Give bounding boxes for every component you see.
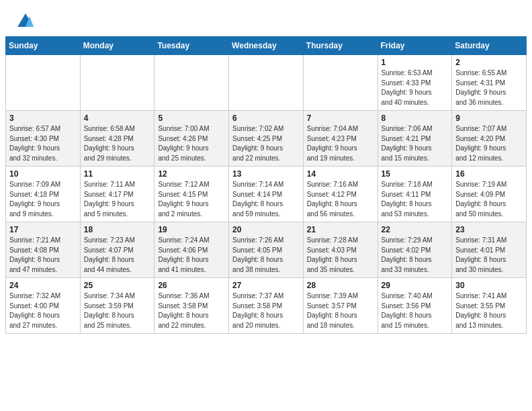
calendar-cell: 14Sunrise: 7:16 AM Sunset: 4:12 PM Dayli… bbox=[303, 167, 378, 222]
calendar-cell: 11Sunrise: 7:11 AM Sunset: 4:17 PM Dayli… bbox=[80, 167, 154, 222]
calendar-cell: 6Sunrise: 7:02 AM Sunset: 4:25 PM Daylig… bbox=[229, 111, 304, 167]
calendar-cell: 10Sunrise: 7:09 AM Sunset: 4:18 PM Dayli… bbox=[6, 167, 81, 222]
calendar-cell bbox=[229, 55, 304, 111]
calendar-cell: 24Sunrise: 7:32 AM Sunset: 4:00 PM Dayli… bbox=[6, 278, 81, 334]
day-info: Sunrise: 6:55 AM Sunset: 4:31 PM Dayligh… bbox=[455, 68, 523, 107]
day-info: Sunrise: 7:11 AM Sunset: 4:17 PM Dayligh… bbox=[84, 180, 151, 219]
day-number: 23 bbox=[455, 225, 523, 234]
calendar-cell: 3Sunrise: 6:57 AM Sunset: 4:30 PM Daylig… bbox=[6, 111, 81, 167]
calendar-week-4: 24Sunrise: 7:32 AM Sunset: 4:00 PM Dayli… bbox=[6, 278, 527, 334]
day-number: 17 bbox=[9, 225, 77, 234]
calendar-cell: 21Sunrise: 7:28 AM Sunset: 4:03 PM Dayli… bbox=[303, 222, 378, 278]
day-info: Sunrise: 7:07 AM Sunset: 4:20 PM Dayligh… bbox=[455, 124, 523, 163]
calendar-cell: 28Sunrise: 7:39 AM Sunset: 3:57 PM Dayli… bbox=[303, 278, 378, 334]
calendar-cell: 19Sunrise: 7:24 AM Sunset: 4:06 PM Dayli… bbox=[154, 222, 229, 278]
calendar-cell bbox=[80, 55, 154, 111]
day-number: 14 bbox=[307, 169, 374, 179]
day-info: Sunrise: 7:14 AM Sunset: 4:14 PM Dayligh… bbox=[232, 180, 300, 219]
day-number: 26 bbox=[158, 281, 225, 290]
calendar-cell bbox=[154, 55, 229, 111]
day-info: Sunrise: 7:00 AM Sunset: 4:26 PM Dayligh… bbox=[158, 124, 225, 163]
day-number: 29 bbox=[382, 281, 449, 290]
day-info: Sunrise: 7:18 AM Sunset: 4:11 PM Dayligh… bbox=[382, 180, 449, 219]
calendar-table: SundayMondayTuesdayWednesdayThursdayFrid… bbox=[5, 36, 527, 334]
logo-icon bbox=[16, 12, 35, 31]
calendar-header-row: SundayMondayTuesdayWednesdayThursdayFrid… bbox=[6, 37, 527, 55]
day-info: Sunrise: 7:06 AM Sunset: 4:21 PM Dayligh… bbox=[382, 124, 449, 163]
calendar-cell: 26Sunrise: 7:36 AM Sunset: 3:58 PM Dayli… bbox=[154, 278, 229, 334]
day-number: 2 bbox=[455, 58, 523, 67]
calendar-cell: 2Sunrise: 6:55 AM Sunset: 4:31 PM Daylig… bbox=[452, 55, 527, 111]
day-info: Sunrise: 7:21 AM Sunset: 4:08 PM Dayligh… bbox=[9, 236, 77, 275]
logo bbox=[16, 12, 38, 31]
day-info: Sunrise: 7:32 AM Sunset: 4:00 PM Dayligh… bbox=[9, 291, 77, 330]
calendar-cell: 12Sunrise: 7:12 AM Sunset: 4:15 PM Dayli… bbox=[154, 167, 229, 222]
calendar-header-saturday: Saturday bbox=[452, 37, 527, 55]
day-number: 9 bbox=[455, 113, 523, 123]
calendar-cell: 8Sunrise: 7:06 AM Sunset: 4:21 PM Daylig… bbox=[378, 111, 452, 167]
day-number: 22 bbox=[382, 225, 449, 234]
calendar-header-friday: Friday bbox=[378, 37, 452, 55]
day-number: 15 bbox=[382, 169, 449, 179]
calendar-cell: 9Sunrise: 7:07 AM Sunset: 4:20 PM Daylig… bbox=[452, 111, 527, 167]
calendar-week-2: 10Sunrise: 7:09 AM Sunset: 4:18 PM Dayli… bbox=[6, 167, 527, 222]
calendar-cell: 4Sunrise: 6:58 AM Sunset: 4:28 PM Daylig… bbox=[80, 111, 154, 167]
calendar-cell: 1Sunrise: 6:53 AM Sunset: 4:33 PM Daylig… bbox=[378, 55, 452, 111]
day-number: 28 bbox=[307, 281, 374, 290]
calendar-cell: 13Sunrise: 7:14 AM Sunset: 4:14 PM Dayli… bbox=[229, 167, 304, 222]
calendar-cell: 29Sunrise: 7:40 AM Sunset: 3:56 PM Dayli… bbox=[378, 278, 452, 334]
day-info: Sunrise: 6:53 AM Sunset: 4:33 PM Dayligh… bbox=[382, 68, 449, 107]
day-info: Sunrise: 7:02 AM Sunset: 4:25 PM Dayligh… bbox=[232, 124, 300, 163]
day-number: 30 bbox=[455, 281, 523, 290]
day-info: Sunrise: 7:31 AM Sunset: 4:01 PM Dayligh… bbox=[455, 236, 523, 275]
day-info: Sunrise: 7:40 AM Sunset: 3:56 PM Dayligh… bbox=[382, 291, 449, 330]
day-number: 16 bbox=[455, 169, 523, 179]
calendar-cell: 20Sunrise: 7:26 AM Sunset: 4:05 PM Dayli… bbox=[229, 222, 304, 278]
calendar-cell: 7Sunrise: 7:04 AM Sunset: 4:23 PM Daylig… bbox=[303, 111, 378, 167]
calendar-header-monday: Monday bbox=[80, 37, 154, 55]
day-info: Sunrise: 7:16 AM Sunset: 4:12 PM Dayligh… bbox=[307, 180, 374, 219]
calendar-week-0: 1Sunrise: 6:53 AM Sunset: 4:33 PM Daylig… bbox=[6, 55, 527, 111]
day-info: Sunrise: 7:29 AM Sunset: 4:02 PM Dayligh… bbox=[382, 236, 449, 275]
day-info: Sunrise: 7:12 AM Sunset: 4:15 PM Dayligh… bbox=[158, 180, 225, 219]
day-number: 19 bbox=[158, 225, 225, 234]
day-number: 18 bbox=[84, 225, 151, 234]
day-number: 27 bbox=[232, 281, 300, 290]
day-number: 20 bbox=[232, 225, 300, 234]
calendar-header-wednesday: Wednesday bbox=[229, 37, 304, 55]
calendar-cell bbox=[303, 55, 378, 111]
day-number: 10 bbox=[9, 169, 77, 179]
day-info: Sunrise: 7:24 AM Sunset: 4:06 PM Dayligh… bbox=[158, 236, 225, 275]
day-number: 21 bbox=[307, 225, 374, 234]
calendar-cell: 15Sunrise: 7:18 AM Sunset: 4:11 PM Dayli… bbox=[378, 167, 452, 222]
day-info: Sunrise: 7:19 AM Sunset: 4:09 PM Dayligh… bbox=[455, 180, 523, 219]
calendar-cell: 27Sunrise: 7:37 AM Sunset: 3:58 PM Dayli… bbox=[229, 278, 304, 334]
day-number: 7 bbox=[307, 113, 374, 123]
calendar-cell: 30Sunrise: 7:41 AM Sunset: 3:55 PM Dayli… bbox=[452, 278, 527, 334]
calendar-cell bbox=[6, 55, 81, 111]
calendar-container: SundayMondayTuesdayWednesdayThursdayFrid… bbox=[0, 36, 532, 339]
calendar-cell: 22Sunrise: 7:29 AM Sunset: 4:02 PM Dayli… bbox=[378, 222, 452, 278]
day-info: Sunrise: 7:26 AM Sunset: 4:05 PM Dayligh… bbox=[232, 236, 300, 275]
day-info: Sunrise: 7:34 AM Sunset: 3:59 PM Dayligh… bbox=[84, 291, 151, 330]
day-info: Sunrise: 7:04 AM Sunset: 4:23 PM Dayligh… bbox=[307, 124, 374, 163]
calendar-header-sunday: Sunday bbox=[6, 37, 81, 55]
day-number: 8 bbox=[382, 113, 449, 123]
page-header bbox=[0, 0, 532, 36]
day-info: Sunrise: 7:28 AM Sunset: 4:03 PM Dayligh… bbox=[307, 236, 374, 275]
day-number: 6 bbox=[232, 113, 300, 123]
day-info: Sunrise: 6:57 AM Sunset: 4:30 PM Dayligh… bbox=[9, 124, 77, 163]
day-number: 11 bbox=[84, 169, 151, 179]
day-info: Sunrise: 7:09 AM Sunset: 4:18 PM Dayligh… bbox=[9, 180, 77, 219]
day-info: Sunrise: 7:36 AM Sunset: 3:58 PM Dayligh… bbox=[158, 291, 225, 330]
day-number: 24 bbox=[9, 281, 77, 290]
day-info: Sunrise: 6:58 AM Sunset: 4:28 PM Dayligh… bbox=[84, 124, 151, 163]
calendar-week-1: 3Sunrise: 6:57 AM Sunset: 4:30 PM Daylig… bbox=[6, 111, 527, 167]
day-number: 5 bbox=[158, 113, 225, 123]
day-number: 12 bbox=[158, 169, 225, 179]
day-number: 3 bbox=[9, 113, 77, 123]
day-info: Sunrise: 7:41 AM Sunset: 3:55 PM Dayligh… bbox=[455, 291, 523, 330]
calendar-cell: 23Sunrise: 7:31 AM Sunset: 4:01 PM Dayli… bbox=[452, 222, 527, 278]
day-number: 13 bbox=[232, 169, 300, 179]
calendar-cell: 17Sunrise: 7:21 AM Sunset: 4:08 PM Dayli… bbox=[6, 222, 81, 278]
